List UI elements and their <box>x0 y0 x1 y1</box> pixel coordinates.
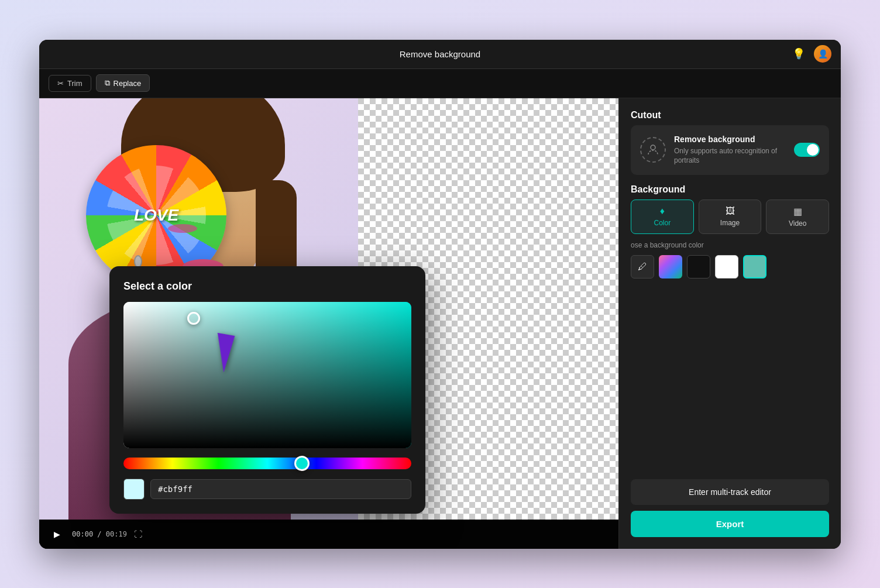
video-controls: ▶ 00:00 / 00:19 ⛶ <box>39 520 618 549</box>
eyedropper-icon: 🖊 <box>638 262 647 272</box>
svg-point-0 <box>651 145 655 150</box>
color-gradient-area[interactable] <box>123 302 411 448</box>
picker-title: Select a color <box>123 280 411 293</box>
toolbar: ✂ Trim ⧉ Replace <box>39 69 841 98</box>
color-tab-label: Color <box>654 219 671 227</box>
cutout-section-title: Cutout <box>631 110 829 121</box>
hex-input[interactable] <box>150 479 411 499</box>
hex-color-preview <box>123 479 145 500</box>
hue-slider[interactable] <box>123 458 411 469</box>
spacer <box>631 288 829 469</box>
lollipop-inner: LOVE <box>106 166 206 265</box>
background-section-title: Background <box>631 184 829 195</box>
title-bar-actions: 💡 👤 <box>790 45 831 63</box>
eyedropper-button[interactable]: 🖊 <box>631 255 654 278</box>
background-section: Background ♦ Color 🖼 Image ▦ Video <box>631 184 829 278</box>
title-bar: Remove background 💡 👤 <box>39 40 841 69</box>
main-area: LOVE ▶ <box>39 98 841 549</box>
tab-color[interactable]: ♦ Color <box>631 200 694 234</box>
fullscreen-button[interactable]: ⛶ <box>134 529 142 539</box>
replace-icon: ⧉ <box>105 78 110 88</box>
tab-video[interactable]: ▦ Video <box>766 200 829 234</box>
color-tab-icon: ♦ <box>660 206 665 216</box>
user-avatar[interactable]: 👤 <box>814 45 831 63</box>
video-tab-label: Video <box>789 219 806 228</box>
gradient-preset[interactable] <box>659 255 682 278</box>
remove-bg-toggle[interactable] <box>794 143 820 157</box>
app-window: Remove background 💡 👤 ✂ Trim ⧉ Replace <box>39 40 841 549</box>
right-panel: Cutout Remove background Only supports a… <box>618 98 841 549</box>
cutout-name: Remove background <box>674 135 786 144</box>
choose-color-label: ose a background color <box>631 241 829 249</box>
scissors-icon: ✂ <box>57 79 64 88</box>
eye-shadow <box>168 224 197 233</box>
toggle-knob <box>807 144 819 156</box>
portrait-icon <box>640 137 666 163</box>
color-picker-cursor[interactable] <box>187 312 200 325</box>
hex-input-row <box>123 479 411 500</box>
color-picker-popup: Select a color <box>109 266 425 514</box>
hue-thumb[interactable] <box>294 456 310 471</box>
trim-button[interactable]: ✂ Trim <box>49 75 91 92</box>
image-tab-icon: 🖼 <box>726 206 735 216</box>
image-tab-label: Image <box>720 219 740 227</box>
cutout-section: Cutout Remove background Only supports a… <box>631 110 829 176</box>
play-button[interactable]: ▶ <box>49 526 65 542</box>
cutout-info: Remove background Only supports auto rec… <box>674 135 786 166</box>
color-gradient-bg <box>123 302 411 448</box>
color-presets: 🖊 <box>631 255 829 278</box>
background-tabs: ♦ Color 🖼 Image ▦ Video <box>631 200 829 234</box>
tab-image[interactable]: 🖼 Image <box>699 200 762 234</box>
bulb-icon[interactable]: 💡 <box>790 46 807 62</box>
multi-track-button[interactable]: Enter multi-track editor <box>631 479 829 505</box>
video-tab-icon: ▦ <box>793 206 802 217</box>
canvas-area: LOVE ▶ <box>39 98 618 549</box>
bottom-actions: Enter multi-track editor Export <box>631 479 829 537</box>
window-title: Remove background <box>400 49 480 59</box>
lollipop-text: LOVE <box>134 207 178 223</box>
cutout-desc: Only supports auto recognition of portra… <box>674 146 786 166</box>
white-preset[interactable] <box>715 255 738 278</box>
replace-button[interactable]: ⧉ Replace <box>96 74 150 92</box>
cutout-card: Remove background Only supports auto rec… <box>631 125 829 176</box>
teal-preset[interactable] <box>743 255 766 278</box>
time-display: 00:00 / 00:19 <box>72 530 127 538</box>
export-button[interactable]: Export <box>631 511 829 537</box>
black-preset[interactable] <box>687 255 710 278</box>
